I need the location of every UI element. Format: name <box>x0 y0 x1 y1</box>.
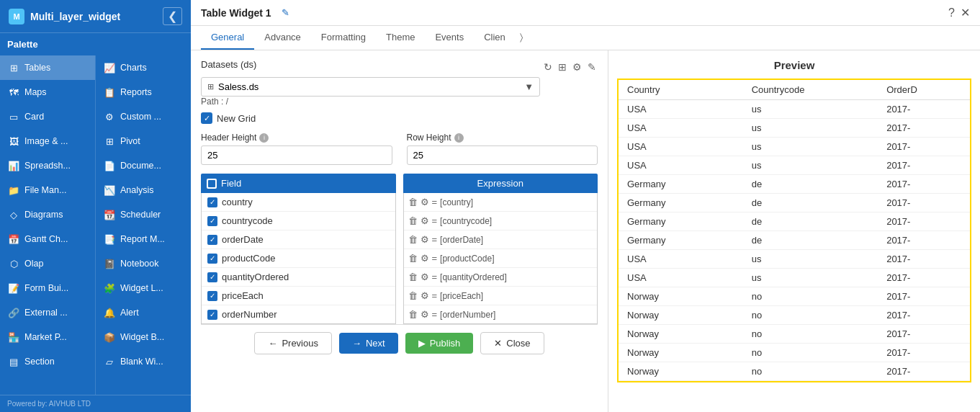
sidebar-item-blankwi[interactable]: ▱ Blank Wi... <box>96 349 191 374</box>
col-name-priceeach: priceEach <box>222 290 264 301</box>
close-button[interactable]: ✕ <box>961 6 970 19</box>
sidebar-item-reportm[interactable]: 📑 Report M... <box>96 227 191 251</box>
dataset-columns-label: Field <box>221 178 241 189</box>
sidebar-item-label-olap: Olap <box>24 259 43 269</box>
sidebar-item-gantt[interactable]: 📅 Gantt Ch... <box>0 227 95 251</box>
previous-button[interactable]: ← Previous <box>254 332 332 354</box>
col-check-ordernumber[interactable]: ✓ <box>207 310 217 320</box>
dataset-add-button[interactable]: ⊞ <box>557 60 568 74</box>
app-logo: M <box>9 9 24 24</box>
pivot-icon: ⊞ <box>103 135 116 148</box>
sidebar-item-document[interactable]: 📄 Docume... <box>96 153 191 178</box>
col-check-orderdate[interactable]: ✓ <box>207 235 217 245</box>
table-cell: us <box>743 269 878 287</box>
col-check-quantityordered[interactable]: ✓ <box>207 272 217 282</box>
expr-row-country: 🗑 ⚙ = [country] <box>404 193 598 212</box>
sidebar-item-reports[interactable]: 📋 Reports <box>96 80 191 104</box>
sidebar-item-label-filemanager: File Man... <box>24 185 66 195</box>
sidebar-collapse-button[interactable]: ❮ <box>163 7 182 25</box>
close-dialog-button[interactable]: ✕ Close <box>480 332 544 354</box>
sidebar-item-notebook[interactable]: 📓 Notebook <box>96 251 191 276</box>
sidebar-item-widgetl[interactable]: 🧩 Widget L... <box>96 276 191 300</box>
config-panel: Datasets (ds) ↻ ⊞ ⚙ ✎ ⊞ Saless.ds ▼ Path… <box>191 50 608 412</box>
sidebar-item-filemanager[interactable]: 📁 File Man... <box>0 178 95 202</box>
sidebar-item-alert[interactable]: 🔔 Alert <box>96 300 191 325</box>
sidebar-item-tables[interactable]: ⊞ Tables <box>0 55 95 80</box>
settings-expr-productcode-icon[interactable]: ⚙ <box>421 253 429 264</box>
tab-theme[interactable]: Theme <box>376 26 425 50</box>
sidebar-item-olap[interactable]: ⬡ Olap <box>0 251 95 276</box>
dataset-settings-button[interactable]: ⚙ <box>571 60 583 74</box>
new-grid-checkbox[interactable]: ✓ <box>201 112 212 124</box>
header-height-info-icon[interactable]: i <box>259 133 269 143</box>
tab-clien[interactable]: Clien <box>474 26 516 50</box>
dataset-select[interactable]: ⊞ Saless.ds ▼ <box>201 77 540 97</box>
col-check-priceeach[interactable]: ✓ <box>207 291 217 301</box>
tab-more-button[interactable]: 〉 <box>516 26 527 50</box>
sidebar-item-widgetb[interactable]: 📦 Widget B... <box>96 325 191 349</box>
table-cell: de <box>743 231 878 250</box>
delete-expr-orderdate-icon[interactable]: 🗑 <box>408 234 418 245</box>
table-cell: Norway <box>619 325 743 344</box>
tab-events[interactable]: Events <box>425 26 474 50</box>
row-height-info-icon[interactable]: i <box>454 133 464 143</box>
delete-expr-ordernumber-icon[interactable]: 🗑 <box>408 309 418 320</box>
sidebar-item-diagrams[interactable]: ◇ Diagrams <box>0 202 95 227</box>
sidebar-item-maps[interactable]: 🗺 Maps <box>0 80 95 104</box>
table-cell: no <box>743 344 878 362</box>
col-check-productcode[interactable]: ✓ <box>207 254 217 264</box>
next-arrow-icon: → <box>352 338 361 349</box>
table-row: Germanyde2017- <box>619 175 970 194</box>
sidebar-item-image[interactable]: 🖼 Image & ... <box>0 129 95 153</box>
equals-expr-quantityordered-icon: = <box>432 272 438 282</box>
table-cell: 2017- <box>878 269 970 287</box>
publish-button[interactable]: ▶ Publish <box>405 333 474 354</box>
edit-title-icon[interactable]: ✎ <box>282 7 289 18</box>
settings-expr-countrycode-icon[interactable]: ⚙ <box>421 215 429 226</box>
dataset-refresh-button[interactable]: ↻ <box>542 60 554 74</box>
next-button[interactable]: → Next <box>339 333 398 354</box>
sidebar-item-card[interactable]: ▭ Card <box>0 104 95 129</box>
settings-expr-country-icon[interactable]: ⚙ <box>421 197 429 207</box>
col-check-countrycode[interactable]: ✓ <box>207 216 217 226</box>
table-cell: 2017- <box>878 325 970 344</box>
sidebar-item-scheduler[interactable]: 📆 Scheduler <box>96 202 191 227</box>
olap-icon: ⬡ <box>7 257 20 270</box>
settings-expr-priceeach-icon[interactable]: ⚙ <box>421 290 429 301</box>
delete-expr-country-icon[interactable]: 🗑 <box>408 197 418 207</box>
row-height-input[interactable] <box>407 145 598 165</box>
help-button[interactable]: ? <box>948 6 955 19</box>
maps-icon: 🗺 <box>7 86 20 99</box>
col-check-country[interactable]: ✓ <box>207 197 217 207</box>
col-row-quantityordered: ✓ quantityOrdered <box>202 268 395 287</box>
delete-expr-countrycode-icon[interactable]: 🗑 <box>408 215 418 226</box>
table-cell: Germany <box>619 194 743 212</box>
publish-label: Publish <box>430 338 461 349</box>
settings-expr-quantityordered-icon[interactable]: ⚙ <box>421 272 429 282</box>
preview-table-body: USAus2017-USAus2017-USAus2017-USAus2017-… <box>619 100 970 381</box>
delete-expr-priceeach-icon[interactable]: 🗑 <box>408 290 418 301</box>
dataset-edit-button[interactable]: ✎ <box>586 60 598 74</box>
delete-expr-productcode-icon[interactable]: 🗑 <box>408 253 418 264</box>
sidebar-item-section[interactable]: ▤ Section <box>0 349 95 374</box>
sidebar-item-custom[interactable]: ⚙ Custom ... <box>96 104 191 129</box>
settings-expr-ordernumber-icon[interactable]: ⚙ <box>421 309 429 320</box>
sidebar-item-pivot[interactable]: ⊞ Pivot <box>96 129 191 153</box>
sidebar-item-formbui[interactable]: 📝 Form Bui... <box>0 276 95 300</box>
sidebar-item-charts[interactable]: 📈 Charts <box>96 55 191 80</box>
sidebar-item-marketp[interactable]: 🏪 Market P... <box>0 325 95 349</box>
header-height-input[interactable] <box>201 145 392 165</box>
sidebar-item-external[interactable]: 🔗 External ... <box>0 300 95 325</box>
table-cell: de <box>743 175 878 194</box>
dataset-columns-check[interactable] <box>207 179 217 189</box>
delete-expr-quantityordered-icon[interactable]: 🗑 <box>408 272 418 282</box>
tab-general[interactable]: General <box>201 26 254 50</box>
table-cell: no <box>743 306 878 325</box>
tab-advance[interactable]: Advance <box>254 26 311 50</box>
sidebar-item-analysis[interactable]: 📉 Analysis <box>96 178 191 202</box>
sidebar-item-spreadsheet[interactable]: 📊 Spreadsh... <box>0 153 95 178</box>
settings-expr-orderdate-icon[interactable]: ⚙ <box>421 234 429 245</box>
table-cell: us <box>743 156 878 175</box>
table-cell: us <box>743 250 878 269</box>
tab-formatting[interactable]: Formatting <box>311 26 376 50</box>
